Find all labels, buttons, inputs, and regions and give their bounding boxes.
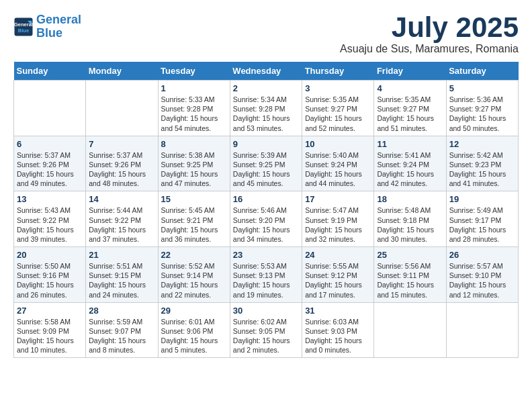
calendar-week-row: 13Sunrise: 5:43 AMSunset: 9:22 PMDayligh… bbox=[14, 191, 519, 247]
cell-info: Sunrise: 5:50 AMSunset: 9:16 PMDaylight:… bbox=[17, 261, 83, 300]
calendar-cell: 23Sunrise: 5:53 AMSunset: 9:13 PMDayligh… bbox=[230, 247, 302, 303]
day-number: 18 bbox=[377, 194, 443, 204]
day-number: 11 bbox=[377, 139, 443, 149]
calendar-cell bbox=[14, 81, 86, 136]
day-number: 2 bbox=[233, 83, 299, 93]
calendar-cell: 2Sunrise: 5:34 AMSunset: 9:28 PMDaylight… bbox=[230, 81, 302, 136]
cell-info: Sunrise: 5:52 AMSunset: 9:14 PMDaylight:… bbox=[161, 261, 227, 300]
calendar-cell: 24Sunrise: 5:55 AMSunset: 9:12 PMDayligh… bbox=[302, 247, 374, 303]
day-number: 28 bbox=[89, 306, 154, 316]
cell-info: Sunrise: 5:48 AMSunset: 9:18 PMDaylight:… bbox=[377, 205, 443, 244]
cell-info: Sunrise: 5:36 AMSunset: 9:27 PMDaylight:… bbox=[449, 95, 515, 133]
cell-info: Sunrise: 5:46 AMSunset: 9:20 PMDaylight:… bbox=[233, 205, 299, 244]
cell-info: Sunrise: 5:57 AMSunset: 9:10 PMDaylight:… bbox=[449, 261, 515, 300]
cell-info: Sunrise: 5:58 AMSunset: 9:09 PMDaylight:… bbox=[17, 317, 83, 355]
calendar-cell bbox=[446, 302, 518, 358]
cell-info: Sunrise: 5:35 AMSunset: 9:27 PMDaylight:… bbox=[305, 95, 371, 133]
cell-info: Sunrise: 5:33 AMSunset: 9:28 PMDaylight:… bbox=[161, 95, 227, 133]
calendar-table: SundayMondayTuesdayWednesdayThursdayFrid… bbox=[13, 62, 519, 358]
cell-info: Sunrise: 5:49 AMSunset: 9:17 PMDaylight:… bbox=[449, 205, 515, 244]
day-number: 20 bbox=[17, 250, 83, 260]
calendar-cell: 17Sunrise: 5:47 AMSunset: 9:19 PMDayligh… bbox=[302, 191, 374, 247]
calendar-cell: 10Sunrise: 5:40 AMSunset: 9:24 PMDayligh… bbox=[302, 136, 374, 191]
cell-info: Sunrise: 5:44 AMSunset: 9:22 PMDaylight:… bbox=[89, 205, 154, 244]
title-section: July 2025 Asuaju de Sus, Maramures, Roma… bbox=[340, 13, 519, 55]
cell-info: Sunrise: 5:55 AMSunset: 9:12 PMDaylight:… bbox=[305, 261, 371, 300]
calendar-header-row: SundayMondayTuesdayWednesdayThursdayFrid… bbox=[14, 62, 519, 81]
calendar-cell: 28Sunrise: 5:59 AMSunset: 9:07 PMDayligh… bbox=[86, 302, 158, 358]
day-number: 12 bbox=[449, 139, 515, 149]
cell-info: Sunrise: 5:51 AMSunset: 9:15 PMDaylight:… bbox=[89, 261, 154, 300]
cell-info: Sunrise: 5:59 AMSunset: 9:07 PMDaylight:… bbox=[89, 317, 154, 355]
cell-info: Sunrise: 5:35 AMSunset: 9:27 PMDaylight:… bbox=[377, 95, 443, 133]
calendar-cell: 20Sunrise: 5:50 AMSunset: 9:16 PMDayligh… bbox=[14, 247, 86, 303]
calendar-cell: 21Sunrise: 5:51 AMSunset: 9:15 PMDayligh… bbox=[86, 247, 158, 303]
calendar-week-row: 1Sunrise: 5:33 AMSunset: 9:28 PMDaylight… bbox=[14, 81, 519, 136]
calendar-week-row: 27Sunrise: 5:58 AMSunset: 9:09 PMDayligh… bbox=[14, 302, 519, 358]
cell-info: Sunrise: 5:34 AMSunset: 9:28 PMDaylight:… bbox=[233, 95, 299, 133]
calendar-cell: 3Sunrise: 5:35 AMSunset: 9:27 PMDaylight… bbox=[302, 81, 374, 136]
calendar-cell: 25Sunrise: 5:56 AMSunset: 9:11 PMDayligh… bbox=[374, 247, 446, 303]
cell-info: Sunrise: 5:43 AMSunset: 9:22 PMDaylight:… bbox=[17, 205, 83, 244]
cell-info: Sunrise: 6:02 AMSunset: 9:05 PMDaylight:… bbox=[233, 317, 299, 355]
calendar-cell: 1Sunrise: 5:33 AMSunset: 9:28 PMDaylight… bbox=[158, 81, 230, 136]
cell-info: Sunrise: 5:37 AMSunset: 9:26 PMDaylight:… bbox=[17, 150, 83, 189]
cell-info: Sunrise: 5:40 AMSunset: 9:24 PMDaylight:… bbox=[305, 150, 371, 189]
day-number: 1 bbox=[161, 83, 227, 93]
cell-info: Sunrise: 5:42 AMSunset: 9:23 PMDaylight:… bbox=[449, 150, 515, 189]
calendar-cell: 22Sunrise: 5:52 AMSunset: 9:14 PMDayligh… bbox=[158, 247, 230, 303]
day-number: 4 bbox=[377, 83, 443, 93]
day-number: 24 bbox=[305, 250, 371, 260]
cell-info: Sunrise: 6:01 AMSunset: 9:06 PMDaylight:… bbox=[161, 317, 227, 355]
logo-general: General bbox=[36, 13, 81, 26]
cell-info: Sunrise: 5:53 AMSunset: 9:13 PMDaylight:… bbox=[233, 261, 299, 300]
day-number: 17 bbox=[305, 194, 371, 204]
logo: General Blue General Blue bbox=[13, 13, 81, 40]
calendar-cell: 5Sunrise: 5:36 AMSunset: 9:27 PMDaylight… bbox=[446, 81, 518, 136]
calendar-cell: 11Sunrise: 5:41 AMSunset: 9:24 PMDayligh… bbox=[374, 136, 446, 191]
month-year-title: July 2025 bbox=[340, 13, 519, 42]
day-number: 16 bbox=[233, 194, 299, 204]
calendar-cell: 14Sunrise: 5:44 AMSunset: 9:22 PMDayligh… bbox=[86, 191, 158, 247]
calendar-cell: 13Sunrise: 5:43 AMSunset: 9:22 PMDayligh… bbox=[14, 191, 86, 247]
day-number: 5 bbox=[449, 83, 515, 93]
cell-info: Sunrise: 5:38 AMSunset: 9:25 PMDaylight:… bbox=[161, 150, 227, 189]
day-number: 10 bbox=[305, 139, 371, 149]
calendar-cell: 18Sunrise: 5:48 AMSunset: 9:18 PMDayligh… bbox=[374, 191, 446, 247]
day-number: 29 bbox=[161, 306, 227, 316]
calendar-cell: 27Sunrise: 5:58 AMSunset: 9:09 PMDayligh… bbox=[14, 302, 86, 358]
weekday-header-friday: Friday bbox=[374, 62, 446, 81]
day-number: 25 bbox=[377, 250, 443, 260]
calendar-cell: 9Sunrise: 5:39 AMSunset: 9:25 PMDaylight… bbox=[230, 136, 302, 191]
day-number: 19 bbox=[449, 194, 515, 204]
svg-text:Blue: Blue bbox=[18, 27, 29, 33]
cell-info: Sunrise: 5:41 AMSunset: 9:24 PMDaylight:… bbox=[377, 150, 443, 189]
logo-text: General Blue bbox=[36, 13, 81, 40]
day-number: 6 bbox=[17, 139, 83, 149]
day-number: 21 bbox=[89, 250, 154, 260]
calendar-body: 1Sunrise: 5:33 AMSunset: 9:28 PMDaylight… bbox=[14, 81, 519, 358]
day-number: 22 bbox=[161, 250, 227, 260]
calendar-cell: 30Sunrise: 6:02 AMSunset: 9:05 PMDayligh… bbox=[230, 302, 302, 358]
day-number: 9 bbox=[233, 139, 299, 149]
calendar-cell: 6Sunrise: 5:37 AMSunset: 9:26 PMDaylight… bbox=[14, 136, 86, 191]
calendar-cell: 29Sunrise: 6:01 AMSunset: 9:06 PMDayligh… bbox=[158, 302, 230, 358]
location-subtitle: Asuaju de Sus, Maramures, Romania bbox=[340, 43, 519, 55]
calendar-cell: 16Sunrise: 5:46 AMSunset: 9:20 PMDayligh… bbox=[230, 191, 302, 247]
calendar-cell bbox=[86, 81, 158, 136]
weekday-header-saturday: Saturday bbox=[446, 62, 518, 81]
day-number: 23 bbox=[233, 250, 299, 260]
day-number: 8 bbox=[161, 139, 227, 149]
calendar-cell: 7Sunrise: 5:37 AMSunset: 9:26 PMDaylight… bbox=[86, 136, 158, 191]
calendar-cell: 26Sunrise: 5:57 AMSunset: 9:10 PMDayligh… bbox=[446, 247, 518, 303]
day-number: 31 bbox=[305, 306, 371, 316]
calendar-cell: 8Sunrise: 5:38 AMSunset: 9:25 PMDaylight… bbox=[158, 136, 230, 191]
day-number: 3 bbox=[305, 83, 371, 93]
cell-info: Sunrise: 5:39 AMSunset: 9:25 PMDaylight:… bbox=[233, 150, 299, 189]
weekday-header-wednesday: Wednesday bbox=[230, 62, 302, 81]
day-number: 26 bbox=[449, 250, 515, 260]
calendar-cell: 12Sunrise: 5:42 AMSunset: 9:23 PMDayligh… bbox=[446, 136, 518, 191]
logo-blue: Blue bbox=[36, 26, 62, 40]
page-header: General Blue General Blue July 2025 Asua… bbox=[13, 13, 519, 55]
cell-info: Sunrise: 5:37 AMSunset: 9:26 PMDaylight:… bbox=[89, 150, 154, 189]
